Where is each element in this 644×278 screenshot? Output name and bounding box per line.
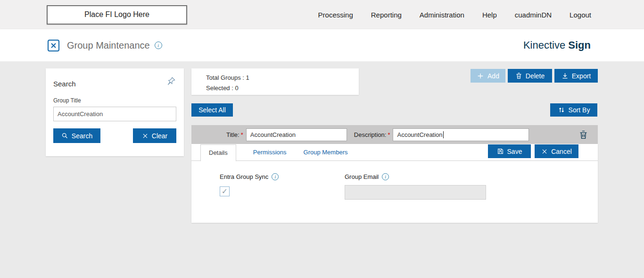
export-button-label: Export [572,72,591,80]
tab-details[interactable]: Details [200,144,236,161]
checkbox-check-mark: ✓ [222,187,228,196]
tab-permissions[interactable]: Permissions [253,149,287,156]
select-all-button[interactable]: Select All [191,103,233,117]
tabs-row: Details Permissions Group Members Save [191,144,598,161]
brand-logo: Kinective Sign [523,39,591,51]
nav-user-cuadmindn[interactable]: cuadminDN [515,11,552,19]
export-button[interactable]: Export [554,69,598,83]
clear-x-icon [142,133,149,139]
group-title-input[interactable] [53,107,176,121]
detail-actions: Save Cancel [488,144,578,158]
description-label: Description:* [354,131,390,138]
tab-details-label: Details [209,149,228,156]
nav-help[interactable]: Help [482,11,497,19]
main-content: Search Group Title Search [0,61,644,278]
group-email-info-icon[interactable]: i [382,173,389,180]
entra-group-sync-field: Entra Group Sync i ✓ [220,173,345,200]
details-tab-content: Entra Group Sync i ✓ Group Email i [191,161,598,200]
select-all-label: Select All [198,106,226,114]
app-window: Place FI Logo Here Processing Reporting … [0,0,644,278]
group-email-field: Group Email i [345,173,486,200]
delete-button[interactable]: Delete [508,69,552,83]
group-title-label: Group Title [53,97,176,104]
add-button-label: Add [487,72,499,80]
cancel-x-icon [541,148,548,155]
group-row[interactable]: Title:* Description:* AccountCreation [191,125,598,144]
description-input[interactable]: AccountCreation [393,128,529,141]
search-button[interactable]: Search [53,128,100,143]
brand-first: Kinective [523,39,565,51]
entra-group-sync-checkbox[interactable]: ✓ [220,186,230,196]
description-value: AccountCreation [397,131,442,138]
brand-second: Sign [568,39,591,51]
sort-by-label: Sort By [569,106,590,114]
save-button-label: Save [507,148,522,155]
title-label-text: Title: [226,131,239,138]
selected-count-text: Selected : 0 [206,83,359,93]
description-required-mark: * [388,131,390,138]
title-required-mark: * [241,131,243,138]
summary-box: Total Groups : 1 Selected : 0 [191,68,359,95]
group-maintenance-icon [47,39,60,52]
search-button-label: Search [72,132,92,140]
text-caret [443,131,444,138]
sort-arrows-icon [558,106,565,114]
save-button[interactable]: Save [488,144,531,158]
nav-logout[interactable]: Logout [570,11,591,19]
search-panel: Search Group Title Search [46,68,184,156]
cancel-button[interactable]: Cancel [535,144,578,158]
pin-icon[interactable] [166,76,176,86]
group-detail-panel: Details Permissions Group Members Save [191,144,598,223]
title-input[interactable] [246,128,347,141]
group-email-label: Group Email [345,173,379,180]
sort-by-button[interactable]: Sort By [550,103,597,117]
add-button[interactable]: Add [471,69,505,83]
fi-logo-placeholder: Place FI Logo Here [47,5,187,25]
group-toolbar: Add Delete Export [471,69,598,83]
clear-button-label: Clear [152,132,167,140]
trash-icon [515,72,522,79]
search-icon [61,132,68,139]
entra-group-sync-label: Entra Group Sync [220,173,268,180]
title-bar: Group Maintenance i Kinective Sign [0,29,644,61]
save-floppy-icon [497,148,504,155]
page-title: Group Maintenance [67,40,150,51]
top-navigation: Processing Reporting Administration Help… [318,11,591,19]
nav-reporting[interactable]: Reporting [371,11,402,19]
nav-administration[interactable]: Administration [420,11,464,19]
row-trash-icon[interactable] [578,130,588,140]
search-panel-title: Search [53,76,76,88]
top-bar: Place FI Logo Here Processing Reporting … [0,0,644,29]
total-groups-text: Total Groups : 1 [206,73,359,83]
nav-processing[interactable]: Processing [318,11,353,19]
download-icon [561,72,569,79]
entra-info-icon[interactable]: i [272,173,279,180]
page-info-icon[interactable]: i [155,42,162,49]
title-label: Title:* [226,131,243,138]
tab-group-members[interactable]: Group Members [304,149,348,156]
delete-button-label: Delete [526,72,545,80]
description-label-text: Description: [354,131,387,138]
plus-icon [477,72,484,80]
cancel-button-label: Cancel [551,148,572,155]
fi-logo-text: Place FI Logo Here [84,10,149,19]
clear-button[interactable]: Clear [133,128,176,143]
group-email-input[interactable] [345,185,486,200]
